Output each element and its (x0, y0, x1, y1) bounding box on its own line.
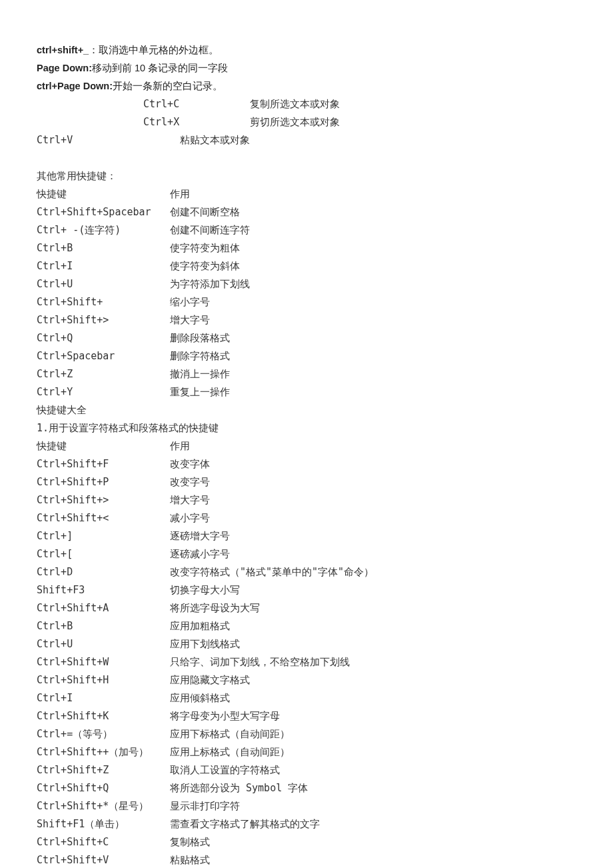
shortcut-desc: 应用隐藏文字格式 (170, 671, 250, 689)
table-header: 快捷键作用 (37, 437, 576, 455)
shortcut-desc: 开始一条新的空白记录。 (113, 81, 223, 91)
shortcut-key: Ctrl+I (37, 257, 170, 275)
shortcut-desc: 应用下标格式（自动间距） (170, 725, 290, 743)
shortcut-key: Shift+F1（单击） (37, 815, 170, 833)
shortcut-key: Ctrl+Shift+Z (37, 761, 170, 779)
table-row: Ctrl+Shift+W只给字、词加下划线，不给空格加下划线 (37, 653, 576, 671)
separator: ： (89, 45, 99, 55)
shortcut-key: Ctrl+] (37, 527, 170, 545)
shortcut-desc: 逐磅减小字号 (170, 545, 230, 563)
shortcut-key: Ctrl+=（等号） (37, 725, 170, 743)
shortcut-desc: 撤消上一操作 (170, 365, 230, 383)
shortcut-key: ctrl+Page Down: (37, 81, 113, 91)
shortcut-table-2: 快捷键作用 Ctrl+Shift+F改变字体Ctrl+Shift+P改变字号Ct… (37, 437, 576, 868)
shortcut-key: Ctrl+Shift+P (37, 473, 170, 491)
table-row: Ctrl+U为字符添加下划线 (37, 275, 576, 293)
shortcut-key: Ctrl+ -(连字符) (37, 221, 170, 239)
table-row: Ctrl+]逐磅增大字号 (37, 527, 576, 545)
shortcut-row: Ctrl+V粘贴文本或对象 (37, 131, 576, 149)
intro-line: ctrl+Page Down:开始一条新的空白记录。 (37, 77, 576, 95)
shortcut-row: Ctrl+C 复制所选文本或对象 (37, 95, 576, 113)
shortcut-key: Ctrl+X (37, 113, 250, 131)
shortcut-key: Ctrl+[ (37, 545, 170, 563)
shortcut-desc: 删除字符格式 (170, 347, 230, 365)
table-row: Ctrl+Shift+F改变字体 (37, 455, 576, 473)
table-row: Ctrl+Shift+K将字母变为小型大写字母 (37, 707, 576, 725)
shortcut-desc: 粘贴格式 (170, 851, 210, 868)
shortcut-desc: 为字符添加下划线 (170, 275, 250, 293)
section-title: 其他常用快捷键： (37, 167, 576, 185)
table-row: Ctrl+U应用下划线格式 (37, 635, 576, 653)
table-row: Shift+F1（单击）需查看文字格式了解其格式的文字 (37, 815, 576, 833)
table-header: 快捷键作用 (37, 185, 576, 203)
shortcut-key: Ctrl+Shift+F (37, 455, 170, 473)
table-row: Ctrl+Shift+P改变字号 (37, 473, 576, 491)
shortcut-desc: 只给字、词加下划线，不给空格加下划线 (170, 653, 350, 671)
shortcut-key: Ctrl+Shift+Q (37, 779, 170, 797)
table-row: Ctrl+Shift+>增大字号 (37, 491, 576, 509)
shortcut-desc: 将所选字母设为大写 (170, 599, 260, 617)
shortcut-key: Ctrl+Shift++（加号） (37, 743, 170, 761)
header-desc: 作用 (170, 437, 190, 455)
shortcut-desc: 删除段落格式 (170, 329, 230, 347)
shortcut-key: Ctrl+V (37, 131, 180, 149)
intro-line: ctrl+shift+_：取消选中单元格的外边框。 (37, 41, 576, 59)
shortcut-key: Ctrl+B (37, 239, 170, 257)
shortcut-desc: 重复上一操作 (170, 383, 230, 401)
shortcut-key: Shift+F3 (37, 581, 170, 599)
table-row: Ctrl+Y重复上一操作 (37, 383, 576, 401)
clipboard-block: Ctrl+C 复制所选文本或对象 Ctrl+X 剪切所选文本或对象 Ctrl+V… (37, 95, 576, 149)
header-desc: 作用 (170, 185, 190, 203)
shortcut-key: Ctrl+Z (37, 365, 170, 383)
shortcut-desc: 应用上标格式（自动间距） (170, 743, 290, 761)
shortcut-key: Ctrl+Q (37, 329, 170, 347)
shortcut-key: Ctrl+D (37, 563, 170, 581)
blank-line (37, 149, 576, 167)
table-row: Ctrl+Shift+*（星号）显示非打印字符 (37, 797, 576, 815)
table-row: Ctrl+Shift++（加号）应用上标格式（自动间距） (37, 743, 576, 761)
shortcut-table-1: 快捷键作用 Ctrl+Shift+Spacebar创建不间断空格Ctrl+ -(… (37, 185, 576, 401)
shortcut-desc: 逐磅增大字号 (170, 527, 230, 545)
shortcut-desc: 显示非打印字符 (170, 797, 240, 815)
shortcut-key: Page Down: (37, 63, 92, 73)
table-row: Ctrl+Z撤消上一操作 (37, 365, 576, 383)
table-row: Ctrl+Shift+>增大字号 (37, 311, 576, 329)
shortcut-key: Ctrl+Shift+> (37, 491, 170, 509)
table-row: Ctrl+D改变字符格式（"格式"菜单中的"字体"命令） (37, 563, 576, 581)
shortcut-key: Ctrl+Shift+H (37, 671, 170, 689)
shortcut-desc: 将所选部分设为 Symbol 字体 (170, 779, 308, 797)
shortcut-key: Ctrl+Shift+A (37, 599, 170, 617)
table-row: Ctrl+Shift+H应用隐藏文字格式 (37, 671, 576, 689)
header-key: 快捷键 (37, 437, 170, 455)
shortcut-key: Ctrl+Shift+ (37, 293, 170, 311)
shortcut-key: Ctrl+C (37, 95, 250, 113)
table-row: Ctrl+Q删除段落格式 (37, 329, 576, 347)
shortcut-desc: 复制所选文本或对象 (250, 95, 340, 113)
shortcut-key: Ctrl+Spacebar (37, 347, 170, 365)
table-row: Ctrl+Spacebar删除字符格式 (37, 347, 576, 365)
section-title: 快捷键大全 (37, 401, 576, 419)
shortcut-desc: 使字符变为斜体 (170, 257, 240, 275)
shortcut-desc: 剪切所选文本或对象 (250, 113, 340, 131)
table-row: Shift+F3切换字母大小写 (37, 581, 576, 599)
shortcut-desc: 创建不间断空格 (170, 203, 240, 221)
table-row: Ctrl+Shift+Z取消人工设置的字符格式 (37, 761, 576, 779)
table-row: Ctrl+Shift+<减小字号 (37, 509, 576, 527)
shortcut-key: Ctrl+Shift+> (37, 311, 170, 329)
table-row: Ctrl+=（等号）应用下标格式（自动间距） (37, 725, 576, 743)
shortcut-desc: 增大字号 (170, 311, 210, 329)
shortcut-desc: 需查看文字格式了解其格式的文字 (170, 815, 320, 833)
shortcut-desc: 切换字母大小写 (170, 581, 240, 599)
shortcut-key: Ctrl+Shift+V (37, 851, 170, 868)
shortcut-desc: 创建不间断连字符 (170, 221, 250, 239)
table-row: Ctrl+Shift+Spacebar创建不间断空格 (37, 203, 576, 221)
shortcut-key: Ctrl+U (37, 275, 170, 293)
shortcut-desc: 使字符变为粗体 (170, 239, 240, 257)
shortcut-key: Ctrl+B (37, 617, 170, 635)
shortcut-key: Ctrl+Shift+Spacebar (37, 203, 170, 221)
table-row: Ctrl+Shift+Q将所选部分设为 Symbol 字体 (37, 779, 576, 797)
shortcut-desc: 应用下划线格式 (170, 635, 240, 653)
table-row: Ctrl+I使字符变为斜体 (37, 257, 576, 275)
shortcut-key: Ctrl+I (37, 689, 170, 707)
header-key: 快捷键 (37, 185, 170, 203)
